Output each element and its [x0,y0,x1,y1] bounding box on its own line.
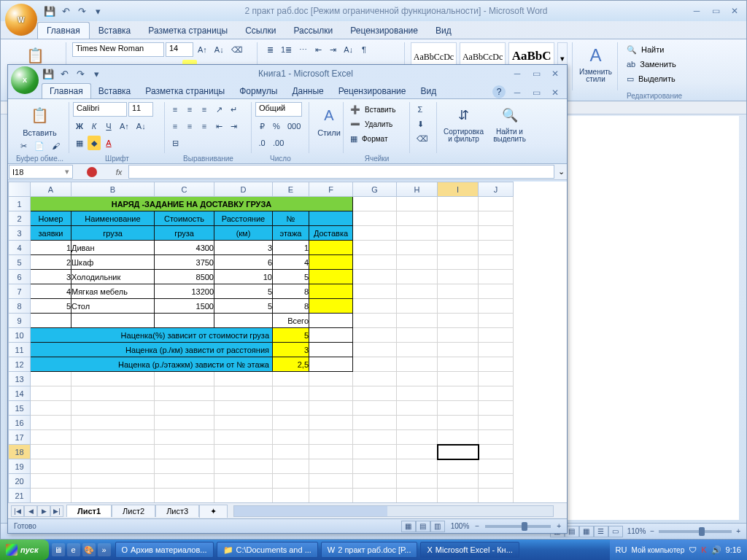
start-button[interactable]: пуск [0,540,49,560]
minimize-button[interactable]: ─ [688,5,705,17]
clear-format-icon[interactable]: ⌫ [228,42,246,57]
replace-link[interactable]: Заменить [640,60,676,69]
taskbar-item[interactable]: XMicrosoft Excel - Кн... [420,542,519,558]
zoom-slider[interactable] [485,525,551,528]
undo-icon[interactable]: ↶ [59,4,72,18]
percent-icon[interactable]: % [270,119,283,133]
view-outline-icon[interactable]: ☰ [594,526,608,537]
taskbar-item[interactable]: 📁C:\Documents and ... [217,542,318,558]
tab-review[interactable]: Рецензирование [341,23,427,39]
clear-icon[interactable]: ⌫ [414,131,431,146]
multilevel-icon[interactable]: ⋯ [296,42,310,57]
currency-icon[interactable]: ₽ [255,119,268,133]
mdi-min-button[interactable]: ─ [508,87,526,98]
orient-icon[interactable]: ↗ [212,102,225,117]
maximize-button[interactable]: ▭ [707,5,724,17]
undo-icon[interactable]: ↶ [58,67,71,80]
outdent-icon[interactable]: ⇤ [212,119,225,133]
pilcrow-icon[interactable]: ¶ [357,42,371,57]
ql-desktop-icon[interactable]: 🖥 [52,543,65,556]
font-combo[interactable]: Times New Roman [72,42,164,57]
autosum-icon[interactable]: Σ [414,102,427,117]
align-c-icon[interactable]: ≡ [183,119,196,133]
inc-dec-icon[interactable]: .0 [255,136,268,150]
zoom-slider[interactable] [659,530,732,533]
tray-shield-icon[interactable]: 🛡 [689,545,697,554]
tray-volume-icon[interactable]: 🔊 [711,545,721,555]
tab-home[interactable]: Главная [37,22,90,39]
mdi-restore-button[interactable]: ▭ [527,87,545,98]
bold-icon[interactable]: Ж [73,119,86,133]
fontsize-combo[interactable]: 11 [128,102,153,117]
numbering-icon[interactable]: 1≣ [278,42,295,57]
sheet-last-icon[interactable]: ▶| [50,505,63,517]
wrap-icon[interactable]: ↵ [227,102,240,117]
align-r-icon[interactable]: ≡ [198,119,211,133]
sheet-prev-icon[interactable]: ◀ [24,505,37,517]
shrink-font-icon[interactable]: A↓ [212,42,227,57]
sort-icon[interactable]: A↓ [341,42,356,57]
tab-review[interactable]: Рецензирование [331,84,414,98]
sheet-first-icon[interactable]: |◀ [11,505,24,517]
help-icon[interactable]: ? [492,85,506,98]
replace-icon[interactable]: ab [624,57,638,71]
fontcolor-icon[interactable]: A [102,136,115,150]
ql-more-icon[interactable]: » [98,543,111,556]
sheet-tab[interactable]: Лист3 [155,505,199,517]
font-combo[interactable]: Calibri [73,102,127,117]
copy-icon[interactable]: 📄 [31,139,47,153]
format-cells-icon[interactable]: ▦ [347,131,360,146]
restore-button[interactable]: ▭ [527,68,545,79]
outdent-icon[interactable]: ⇤ [311,42,325,57]
tab-insert[interactable]: Вставка [90,23,140,39]
bullets-icon[interactable]: ≣ [263,42,276,57]
view-draft-icon[interactable]: ▭ [608,526,623,537]
shrink-font-icon[interactable]: A↓ [133,119,149,133]
tab-formulas[interactable]: Формулы [232,84,285,98]
tab-layout[interactable]: Разметка страницы [138,84,232,98]
tab-layout[interactable]: Разметка страницы [139,23,236,39]
grow-font-icon[interactable]: A↑ [195,42,210,57]
excel-zoom[interactable]: 100% [451,522,470,530]
view-normal-icon[interactable]: ▦ [401,521,416,532]
save-icon[interactable]: 💾 [43,4,56,18]
redo-icon[interactable]: ↷ [75,4,88,18]
dec-dec-icon[interactable]: .00 [270,136,287,150]
grow-font-icon[interactable]: A↑ [117,119,132,133]
tab-insert[interactable]: Вставка [91,84,139,98]
sort-filter-button[interactable]: ⇵Сортировка и фильтр [441,102,487,144]
fontsize-combo[interactable]: 14 [166,42,193,57]
sheet-tab[interactable]: Лист2 [112,505,155,517]
zoom-out-icon[interactable]: − [475,522,479,530]
redo-icon[interactable]: ↷ [74,67,87,80]
tab-data[interactable]: Данные [285,84,330,98]
lang-indicator[interactable]: RU [616,545,627,554]
find-icon[interactable]: 🔍 [624,42,640,57]
close-button[interactable]: ✕ [726,5,743,17]
fill-icon[interactable]: ◆ [88,136,101,150]
tab-mailings[interactable]: Рассылки [285,23,341,39]
save-icon[interactable]: 💾 [42,67,55,80]
minimize-button[interactable]: ─ [508,68,526,79]
find-link[interactable]: Найти [641,45,664,54]
taskbar-item[interactable]: OАрхив материалов... [115,542,214,558]
comma-icon[interactable]: 000 [285,119,303,133]
zoom-out-icon[interactable]: − [650,527,654,535]
italic-icon[interactable]: К [88,119,101,133]
border-icon[interactable]: ▦ [73,136,86,150]
sheet-tab[interactable]: Лист1 [66,505,112,517]
cancel-fx-icon[interactable] [87,167,97,177]
view-web-icon[interactable]: ▦ [579,526,594,537]
format-link[interactable]: Формат [362,135,388,143]
ql-ie-icon[interactable]: e [67,543,80,556]
numfmt-combo[interactable]: Общий [255,102,302,117]
indent-icon[interactable]: ⇥ [326,42,339,57]
word-zoom[interactable]: 110% [627,527,646,535]
valign-t-icon[interactable]: ≡ [169,102,182,117]
zoom-in-icon[interactable]: + [736,527,740,535]
expand-fx-icon[interactable]: ⌄ [555,164,567,179]
underline-icon[interactable]: Ч [102,119,115,133]
view-layout-icon[interactable]: ▤ [416,521,430,532]
format-painter-icon[interactable]: 🖌 [49,139,63,153]
select-icon[interactable]: ▭ [624,71,637,86]
